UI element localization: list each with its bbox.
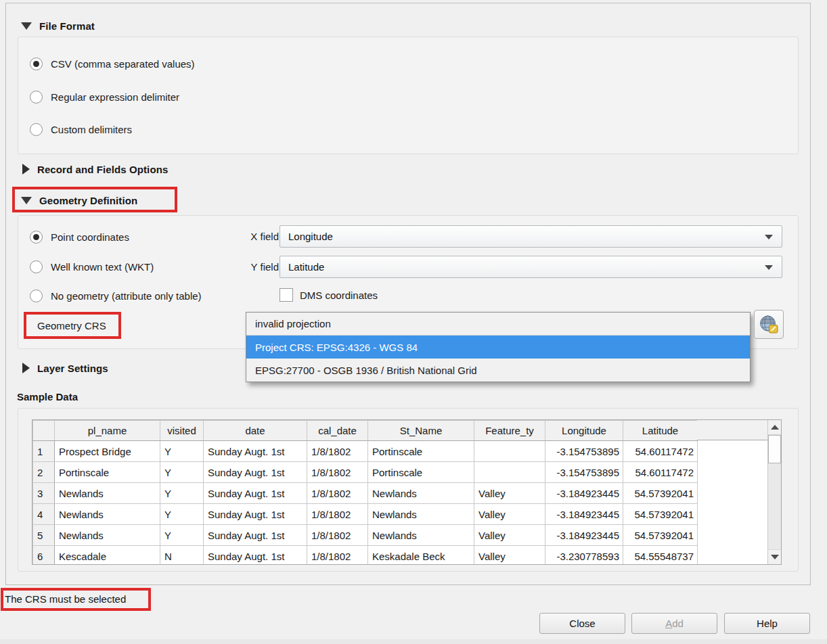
collapse-collapsed-icon	[22, 363, 30, 373]
radio-label: No geometry (attribute only table)	[51, 290, 202, 302]
cell: Newlands	[368, 525, 474, 546]
help-button[interactable]: Help	[724, 613, 810, 634]
section-header-geometry-definition[interactable]: Geometry Definition	[21, 193, 137, 208]
select-crs-button[interactable]	[754, 310, 784, 339]
row-number-cell: 6	[33, 546, 55, 566]
cell: Newlands	[368, 483, 474, 504]
radio-point-coordinates[interactable]: Point coordinates	[30, 230, 129, 244]
cell: -3.184923445	[545, 483, 623, 504]
cell: Y	[160, 504, 204, 525]
cell: Y	[160, 483, 204, 504]
chevron-down-icon	[765, 265, 773, 270]
scrollbar-track[interactable]	[768, 463, 781, 549]
radio-button-selected[interactable]	[30, 231, 43, 244]
status-message: The CRS must be selected	[5, 593, 126, 605]
crs-option-project-crs[interactable]: Project CRS: EPSG:4326 - WGS 84	[246, 336, 750, 359]
delimited-text-layer-dialog: File Format CSV (comma separated values)…	[0, 0, 827, 644]
cell: Sunday Augt. 1st	[204, 504, 307, 525]
sample-data-table: pl_name visited date cal_date St_Name Fe…	[32, 419, 782, 565]
radio-button[interactable]	[30, 123, 43, 136]
section-title: File Format	[39, 20, 95, 32]
table-row: 5 Newlands Y Sunday Augt. 1st 1/8/1802 N…	[33, 525, 698, 546]
cell: Sunday Augt. 1st	[204, 546, 307, 566]
cell: N	[160, 546, 204, 566]
x-field-combobox[interactable]: Longitude	[280, 225, 782, 248]
radio-button[interactable]	[30, 91, 43, 104]
y-field-label: Y field	[230, 260, 279, 274]
sample-data-grid: pl_name visited date cal_date St_Name Fe…	[32, 420, 698, 565]
row-number-header	[33, 421, 55, 441]
radio-button[interactable]	[30, 290, 43, 302]
cell: Prospect Bridge	[55, 441, 160, 462]
cell: Portinscale	[368, 462, 474, 483]
section-header-layer-settings[interactable]: Layer Settings	[22, 361, 108, 375]
cell: 1/8/1802	[307, 525, 368, 546]
radio-button[interactable]	[30, 260, 43, 273]
window-bottom-edge	[0, 639, 827, 644]
row-number-cell: 4	[33, 504, 55, 525]
arrow-down-icon	[771, 555, 779, 559]
column-header: Feature_ty	[474, 421, 545, 441]
column-header: visited	[160, 421, 204, 441]
row-number-cell: 1	[33, 441, 55, 462]
section-header-record-fields[interactable]: Record and Fields Options	[22, 162, 168, 177]
section-header-file-format[interactable]: File Format	[21, 18, 95, 33]
cell: 1/8/1802	[307, 441, 368, 462]
globe-crs-icon	[759, 315, 779, 334]
radio-wkt[interactable]: Well known text (WKT)	[30, 260, 154, 273]
cell: 1/8/1802	[307, 546, 368, 566]
table-row: 3 Newlands Y Sunday Augt. 1st 1/8/1802 N…	[33, 483, 698, 504]
cell: Newlands	[368, 504, 474, 525]
radio-no-geometry[interactable]: No geometry (attribute only table)	[30, 289, 202, 302]
cell: 54.60117472	[623, 462, 698, 483]
checkbox-unchecked[interactable]	[280, 288, 293, 302]
table-row: 1 Prospect Bridge Y Sunday Augt. 1st 1/8…	[33, 441, 698, 462]
column-header: Latitude	[623, 421, 698, 441]
add-button[interactable]: Add	[631, 613, 717, 634]
cell: Y	[160, 441, 204, 462]
collapse-expanded-icon	[21, 22, 32, 30]
geometry-crs-combobox-open: invalid projection Project CRS: EPSG:432…	[246, 312, 751, 382]
cell: -3.154753895	[545, 462, 623, 483]
row-number-cell: 5	[33, 525, 55, 546]
column-header: Longitude	[545, 421, 623, 441]
button-label: Help	[757, 618, 778, 629]
crs-option-epsg-27700[interactable]: EPSG:27700 - OSGB 1936 / British Nationa…	[246, 359, 750, 382]
cell: Portinscale	[368, 441, 474, 462]
cell: Newlands	[55, 483, 160, 504]
column-header: date	[204, 421, 307, 441]
scroll-down-button[interactable]	[768, 549, 781, 564]
table-header-row: pl_name visited date cal_date St_Name Fe…	[33, 421, 698, 441]
cell: Sunday Augt. 1st	[204, 483, 307, 504]
cell: 54.57392041	[623, 504, 698, 525]
radio-button-selected[interactable]	[30, 58, 43, 70]
close-button[interactable]: Close	[539, 613, 625, 634]
button-label: Close	[569, 618, 595, 629]
y-field-combobox[interactable]: Latitude	[280, 256, 782, 278]
crs-combobox-current-value[interactable]: invalid projection	[246, 313, 750, 336]
section-title: Record and Fields Options	[37, 164, 168, 175]
radio-custom-delimiters[interactable]: Custom delimiters	[30, 122, 132, 136]
combobox-value: Latitude	[288, 261, 324, 273]
radio-label: Custom delimiters	[51, 124, 132, 135]
cell: -3.184923445	[545, 525, 623, 546]
cell	[474, 462, 545, 483]
radio-label: Well known text (WKT)	[51, 261, 154, 273]
cell: Y	[160, 525, 204, 546]
cell: 54.57392041	[623, 483, 698, 504]
radio-regexp-delimiter[interactable]: Regular expression delimiter	[30, 90, 179, 104]
chevron-down-icon	[765, 235, 773, 239]
scroll-up-button[interactable]	[768, 420, 781, 435]
header-filler	[697, 420, 768, 440]
column-header: cal_date	[307, 421, 368, 441]
radio-csv[interactable]: CSV (comma separated values)	[30, 57, 195, 70]
x-field-label: X field	[230, 230, 279, 244]
dms-coordinates-checkbox-row[interactable]: DMS coordinates	[280, 288, 378, 302]
cell: 54.60117472	[623, 441, 698, 462]
cell: Sunday Augt. 1st	[204, 441, 307, 462]
cell: 54.55548737	[623, 546, 698, 566]
scrollbar-thumb[interactable]	[768, 435, 781, 463]
column-header: St_Name	[368, 421, 474, 441]
radio-label: Point coordinates	[51, 231, 129, 243]
vertical-scrollbar[interactable]	[767, 420, 781, 564]
